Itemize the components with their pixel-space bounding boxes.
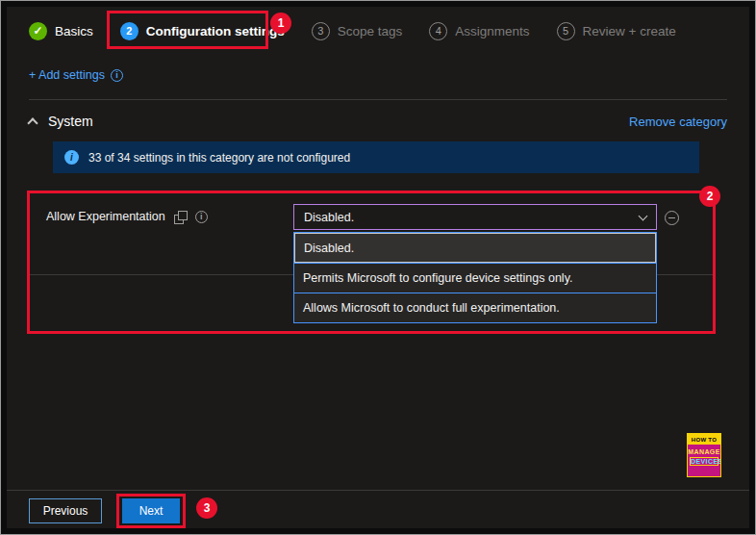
next-button[interactable]: Next: [122, 498, 180, 523]
annotation-step-2: 2: [699, 186, 720, 207]
tab-assignments-label: Assignments: [455, 24, 529, 38]
step-2-badge: 2: [120, 22, 139, 40]
step-4-badge: 4: [429, 22, 447, 40]
tab-configuration-settings[interactable]: 2 Configuration settings: [120, 22, 285, 40]
intune-wizard-panel: ✓ Basics 2 Configuration settings 3 Scop…: [7, 7, 749, 528]
previous-button[interactable]: Previous: [29, 498, 102, 523]
setting-row-label: Allow Experimentation i: [46, 210, 208, 223]
step-5-badge: 5: [557, 22, 575, 40]
tab-basics-label: Basics: [55, 24, 93, 38]
logo-line-3: DEVICES: [690, 457, 718, 466]
section-divider: [29, 99, 727, 100]
dropdown-option-permits-settings-only[interactable]: Permits Microsoft to configure device se…: [294, 263, 656, 293]
info-banner-text: 33 of 34 settings in this category are n…: [88, 151, 350, 165]
tab-assignments[interactable]: 4 Assignments: [429, 22, 529, 40]
dropdown-option-full-experimentation[interactable]: Allows Microsoft to conduct full experim…: [294, 293, 656, 322]
info-banner: i 33 of 34 settings in this category are…: [53, 141, 699, 173]
footer-divider: [7, 490, 749, 491]
tab-basics[interactable]: ✓ Basics: [29, 22, 93, 40]
info-icon: i: [64, 150, 79, 165]
add-settings-label: + Add settings: [29, 68, 105, 82]
tab-scope-tags-label: Scope tags: [338, 24, 403, 38]
info-icon[interactable]: i: [195, 211, 208, 223]
check-icon: ✓: [29, 22, 47, 40]
annotation-step-1: 1: [270, 13, 291, 34]
info-icon[interactable]: i: [111, 69, 123, 82]
category-title: System: [48, 114, 93, 129]
howtomanagedevices-logo: HOW TO MANAGE DEVICES: [687, 433, 721, 477]
logo-line-2: MANAGE: [688, 448, 720, 455]
tab-review-create[interactable]: 5 Review + create: [557, 22, 676, 40]
tab-configuration-settings-label: Configuration settings: [146, 24, 285, 38]
chevron-down-icon: [639, 211, 648, 220]
annotation-step-3: 3: [196, 497, 217, 519]
tab-review-create-label: Review + create: [583, 24, 676, 38]
logo-line-1: HOW TO: [688, 434, 720, 445]
step-3-badge: 3: [312, 22, 330, 40]
copy-icon: [174, 211, 187, 223]
dropdown-options-list: Disabled. Permits Microsoft to configure…: [293, 232, 657, 323]
tab-scope-tags[interactable]: 3 Scope tags: [312, 22, 403, 40]
dropdown-option-disabled[interactable]: Disabled.: [294, 233, 656, 263]
collapse-chevron-icon: [27, 117, 38, 128]
screenshot-frame: ✓ Basics 2 Configuration settings 3 Scop…: [0, 0, 756, 535]
dropdown-selected-value: Disabled.: [304, 211, 354, 224]
remove-setting-icon[interactable]: [665, 211, 679, 225]
wizard-steps: ✓ Basics 2 Configuration settings 3 Scop…: [29, 17, 676, 44]
setting-name: Allow Experimentation: [46, 210, 165, 223]
add-settings-link[interactable]: + Add settings i: [29, 68, 123, 82]
category-header[interactable]: System Remove category: [29, 109, 727, 134]
experimentation-dropdown[interactable]: Disabled.: [293, 204, 657, 230]
remove-category-link[interactable]: Remove category: [629, 115, 727, 129]
